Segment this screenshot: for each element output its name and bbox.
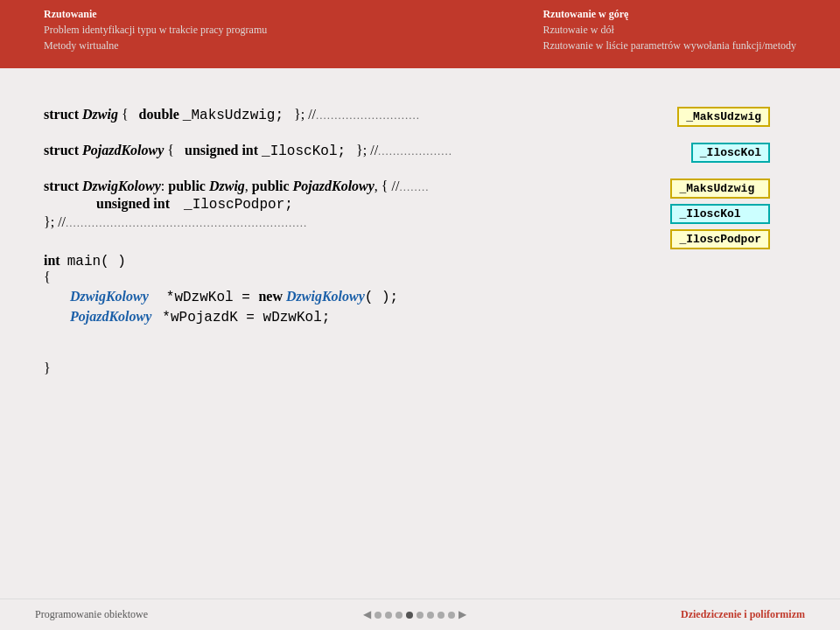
highlight-iloscKol-2: _IloscKol	[670, 204, 770, 224]
main-section: int main( ) { DzwigKolowy *wDzwKol = new…	[44, 253, 796, 376]
comma: ,	[245, 178, 252, 194]
footer-left-text: Programowanie obiektowe	[35, 608, 148, 621]
highlight-iloscPodpor: _IloscPodpor	[670, 229, 770, 249]
highlight-iloscKol-1: _IloscKol	[691, 143, 770, 163]
main-content: struct Dzwig { double _MaksUdzwig; }; //…	[0, 68, 840, 390]
struct-dzwig-kolowy-section: struct DzwigKolowy : public Dzwig , publ…	[44, 178, 796, 230]
main-func: main( )	[67, 254, 126, 270]
nav-problem[interactable]: Problem identyfikacji typu w trakcie pra…	[44, 23, 267, 38]
box-group-dzwigkolowy: _MaksUdzwig _IloscKol _IloscPodpor	[670, 178, 770, 252]
footer-right-text: Dziedziczenie i poliformizm	[681, 608, 805, 621]
nav-rzutowanie-active[interactable]: Rzutowanie	[44, 7, 267, 22]
footer-nav: ◀ ▶	[363, 608, 466, 621]
highlight-maksudzwig-2: _MaksUdzwig	[670, 178, 770, 199]
nav-dot-2[interactable]	[385, 612, 392, 619]
red-separator	[0, 58, 840, 68]
end-2: }; //	[356, 143, 378, 158]
dots-2: ....................	[378, 144, 452, 158]
base-pojazd: PojazdKolowy	[293, 178, 374, 194]
kw-unsigned-2: unsigned int	[96, 196, 170, 212]
colon: :	[161, 178, 168, 194]
kw-public-1: public	[168, 178, 206, 194]
box-iloscKol-1: _IloscKol	[691, 143, 770, 165]
end-3: }; //	[44, 214, 66, 230]
nav-dot-8[interactable]	[448, 612, 455, 619]
nav-metody[interactable]: Metody wirtualne	[44, 38, 267, 53]
close-brace: }	[44, 360, 51, 376]
main-line1: DzwigKolowy *wDzwKol = new DzwigKolowy (…	[44, 289, 796, 305]
nav-dot-7[interactable]	[438, 612, 444, 619]
nav-gora-active[interactable]: Rzutowanie w górę	[542, 7, 628, 22]
nav-dot-6[interactable]	[427, 612, 434, 619]
struct-pojazd-line: struct PojazdKolowy { unsigned int _Ilos…	[44, 143, 796, 159]
class-pojazd: PojazdKolowy	[82, 143, 164, 158]
main-signature: int main( )	[44, 253, 796, 270]
dots-3: ........	[399, 180, 429, 194]
brace-1: {	[122, 107, 139, 122]
struct-pojazd-section: struct PojazdKolowy { unsigned int _Ilos…	[44, 143, 796, 159]
kw-unsigned-1: unsigned int	[185, 143, 258, 158]
highlight-maksudzwig: _MaksUdzwig	[677, 107, 770, 127]
nav-dot-5[interactable]	[416, 612, 424, 619]
main-line2: PojazdKolowy *wPojazdK = wDzwKol;	[44, 309, 796, 326]
kw-struct-2: struct	[44, 143, 79, 158]
end-1: }; //	[294, 107, 316, 122]
class-dzwig-kolowy: DzwigKolowy	[82, 178, 161, 194]
kw-struct-1: struct	[44, 107, 79, 122]
top-navigation: Rzutowanie Problem identyfikacji typu w …	[0, 0, 840, 58]
nav-arrow-right[interactable]: ▶	[458, 608, 466, 621]
nav-dot-1[interactable]	[374, 612, 382, 619]
brace-3: , { //	[374, 178, 400, 194]
dots-4: ........................................…	[66, 216, 307, 230]
main-open-brace: {	[44, 270, 796, 285]
struct-dzwig-section: struct Dzwig { double _MaksUdzwig; }; //…	[44, 107, 796, 123]
ptr-wPojazdK: *wPojazdK = wDzwKol;	[162, 310, 330, 326]
kw-new: new	[258, 289, 283, 304]
class-dzwig-kolowy-ref1: DzwigKolowy	[70, 289, 149, 304]
ctor-args: ( );	[365, 290, 398, 305]
field-iloscpodpor: _IloscPodpor;	[184, 197, 293, 213]
base-dzwig: Dzwig	[209, 178, 245, 194]
main-close-brace: }	[44, 360, 796, 376]
class-pojazd-ref: PojazdKolowy	[70, 309, 151, 325]
nav-dol[interactable]: Rzutowaie w dół	[542, 23, 613, 38]
field-iloscKol: _IloscKol;	[262, 144, 346, 159]
nav-dot-3[interactable]	[396, 612, 402, 619]
nav-dot-4[interactable]	[406, 612, 413, 619]
kw-public-2: public	[252, 178, 290, 194]
nav-arrow-left[interactable]: ◀	[363, 608, 371, 621]
class-dzwig: Dzwig	[82, 107, 118, 122]
kw-double: double	[139, 107, 179, 122]
kw-struct-3: struct	[44, 178, 79, 194]
dots-1: ............................	[316, 108, 420, 122]
nav-left: Rzutowanie Problem identyfikacji typu w …	[44, 7, 267, 52]
nav-lista[interactable]: Rzutowanie w liście parametrów wywołania…	[542, 38, 796, 53]
ptr-wDzwKol: *wDzwKol =	[166, 290, 259, 305]
footer: Programowanie obiektowe ◀ ▶ Dziedziczeni…	[0, 598, 840, 630]
kw-int: int	[44, 253, 60, 269]
field-maksudzwig: _MaksUdzwig;	[183, 108, 284, 123]
open-brace: {	[44, 270, 51, 285]
brace-2: {	[167, 143, 185, 158]
nav-right: Rzutowanie w górę Rzutowaie w dół Rzutow…	[542, 7, 796, 52]
box-maksudzwig-1: _MaksUdzwig	[677, 107, 770, 130]
class-dzwig-kolowy-ctor: DzwigKolowy	[286, 289, 365, 304]
